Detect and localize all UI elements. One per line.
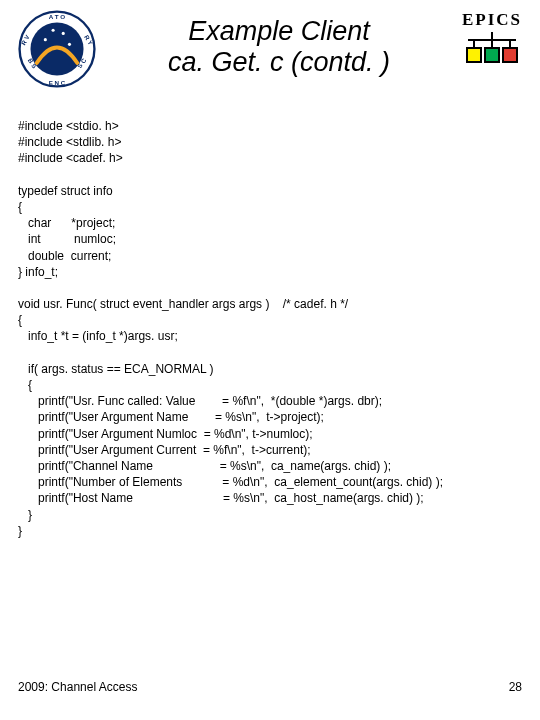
page-number: 28: [509, 680, 522, 694]
svg-text:E N C: E N C: [49, 79, 66, 86]
svg-text:A T O: A T O: [49, 13, 66, 20]
svg-point-3: [62, 32, 65, 35]
footer: 2009: Channel Access 28: [18, 680, 522, 694]
svg-rect-19: [503, 48, 517, 62]
slide-title-line2: ca. Get. c (contd. ): [106, 47, 452, 78]
svg-point-5: [52, 29, 55, 32]
svg-rect-17: [467, 48, 481, 62]
svg-rect-18: [485, 48, 499, 62]
epics-block: EPICS: [462, 10, 522, 70]
epics-icon: [464, 32, 520, 66]
footer-left: 2009: Channel Access: [18, 680, 137, 694]
title-block: Example Client ca. Get. c (contd. ): [106, 16, 452, 78]
header: A T O R V R Y B S S C E N C Example Clie…: [18, 10, 522, 92]
code-block: #include <stdio. h> #include <stdlib. h>…: [18, 118, 522, 539]
svg-point-4: [68, 43, 71, 46]
slide: A T O R V R Y B S S C E N C Example Clie…: [0, 0, 540, 720]
epics-label: EPICS: [462, 10, 522, 30]
slide-title-line1: Example Client: [106, 16, 452, 47]
svg-point-2: [44, 38, 47, 41]
observatory-sciences-logo: A T O R V R Y B S S C E N C: [18, 10, 96, 92]
